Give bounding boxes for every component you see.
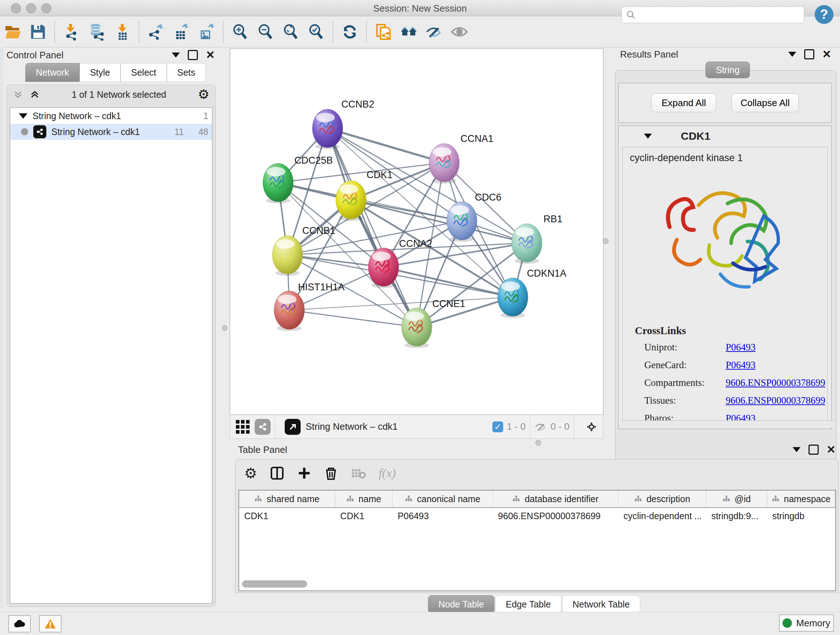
network-node-ccne1[interactable]: CCNE1 xyxy=(401,298,465,348)
table-cell[interactable]: stringdb xyxy=(767,508,835,524)
column-header-canonical-name[interactable]: canonical name xyxy=(393,491,493,507)
crosslink-link[interactable]: P06493 xyxy=(726,342,756,353)
tab-network-table[interactable]: Network Table xyxy=(562,595,640,613)
help-button[interactable]: ? xyxy=(815,5,834,24)
search-field[interactable] xyxy=(622,6,804,23)
table-cell[interactable]: P06493 xyxy=(393,508,493,524)
table-cell[interactable]: cyclin-dependent ... xyxy=(618,508,706,524)
import-network-icon[interactable] xyxy=(62,22,81,41)
left-splitter-handle[interactable] xyxy=(222,325,227,331)
network-graph[interactable]: CCNB2CCNA1CDC25BCDK1CDC6RB1CCNB1CCNA2CDK… xyxy=(230,49,603,415)
tab-sets[interactable]: Sets xyxy=(167,63,206,82)
selected-checkbox-icon[interactable]: ✓ xyxy=(493,421,503,432)
delete-table-icon[interactable] xyxy=(351,465,366,481)
table-options-gear-icon[interactable]: ⚙ xyxy=(244,465,257,481)
column-header-description[interactable]: description xyxy=(618,491,706,507)
delete-column-icon[interactable] xyxy=(324,466,338,480)
open-session-icon[interactable] xyxy=(3,22,22,41)
float-panel-icon[interactable] xyxy=(808,445,819,455)
zoom-fit-icon[interactable] xyxy=(281,22,300,41)
memory-button[interactable]: Memory xyxy=(779,614,834,632)
search-input[interactable] xyxy=(636,10,793,20)
selected-nodes-indicator[interactable]: ✓ 1 - 0 xyxy=(493,421,526,432)
network-edge[interactable] xyxy=(384,267,513,297)
zoom-out-icon[interactable] xyxy=(256,22,275,41)
show-columns-icon[interactable] xyxy=(270,466,285,481)
zoom-in-icon[interactable] xyxy=(231,22,249,41)
table-cell[interactable]: CDK1 xyxy=(239,508,335,524)
warnings-button[interactable] xyxy=(39,615,62,632)
tab-network[interactable]: Network xyxy=(25,63,80,82)
export-network-icon[interactable] xyxy=(147,22,165,41)
network-edge[interactable] xyxy=(327,128,444,163)
column-header-name[interactable]: name xyxy=(335,491,393,507)
show-all-icon[interactable] xyxy=(450,22,469,41)
collapse-all-icon[interactable] xyxy=(13,89,24,100)
birds-eye-view-icon[interactable] xyxy=(584,419,600,435)
close-panel-icon[interactable]: ✕ xyxy=(206,51,215,59)
add-column-icon[interactable] xyxy=(297,466,311,480)
crosslink-link[interactable]: 9606.ENSP00000378699 xyxy=(726,377,825,388)
network-edge[interactable] xyxy=(289,310,417,327)
float-panel-icon[interactable] xyxy=(804,49,814,59)
panel-menu-icon[interactable] xyxy=(788,52,796,57)
tab-string[interactable]: String xyxy=(706,62,750,78)
network-row[interactable]: String Network – cdk1 11 48 xyxy=(10,124,212,140)
first-neighbors-icon[interactable] xyxy=(399,22,418,41)
table-cell[interactable]: CDK1 xyxy=(335,508,393,524)
tab-style[interactable]: Style xyxy=(80,63,121,82)
network-node-cdc25b[interactable]: CDC25B xyxy=(263,155,333,203)
column-header-shared-name[interactable]: shared name xyxy=(239,491,335,507)
crosslink-link[interactable]: P06493 xyxy=(726,359,756,371)
network-node-rb1[interactable]: RB1 xyxy=(512,214,562,264)
export-table-icon[interactable] xyxy=(172,22,191,41)
column-header-namespace[interactable]: namespace xyxy=(767,491,835,507)
column-header--id[interactable]: @id xyxy=(706,491,767,507)
cloud-button[interactable] xyxy=(8,615,31,632)
expand-all-icon[interactable] xyxy=(29,89,40,100)
network-options-gear-icon[interactable]: ⚙ xyxy=(198,88,210,101)
expand-all-button[interactable]: Expand All xyxy=(651,93,716,112)
table-row[interactable]: CDK1CDK1P064939606.ENSP00000378699cyclin… xyxy=(239,508,835,524)
export-image-icon[interactable] xyxy=(197,22,216,41)
table-cell[interactable]: 9606.ENSP00000378699 xyxy=(493,508,619,524)
results-scrollbar[interactable] xyxy=(622,420,835,427)
clone-network-icon[interactable] xyxy=(374,22,393,41)
panel-menu-icon[interactable] xyxy=(793,447,801,452)
import-network-from-database-icon[interactable] xyxy=(88,22,106,41)
save-session-icon[interactable] xyxy=(28,22,47,41)
collection-expander-icon[interactable] xyxy=(19,113,27,119)
table-cell[interactable]: stringdb:9... xyxy=(706,508,767,524)
apply-layout-icon[interactable] xyxy=(340,22,359,41)
float-panel-icon[interactable] xyxy=(188,50,198,60)
network-node-ccnb2[interactable]: CCNB2 xyxy=(313,99,374,149)
collapse-all-button[interactable]: Collapse All xyxy=(731,93,799,112)
tab-node-table[interactable]: Node Table xyxy=(428,595,494,613)
open-in-browser-icon[interactable] xyxy=(285,419,301,435)
crosslink-link[interactable]: 9606.ENSP00000378699 xyxy=(726,395,825,406)
close-panel-icon[interactable]: ✕ xyxy=(822,50,831,58)
network-node-hist1h1a[interactable]: HIST1H1A xyxy=(274,282,345,331)
network-node-cdkn1a[interactable]: CDKN1A xyxy=(498,268,567,318)
network-edge[interactable] xyxy=(351,200,527,243)
table-horizontal-scrollbar[interactable] xyxy=(242,580,307,587)
zoom-selected-icon[interactable] xyxy=(307,22,325,41)
right-splitter-handle[interactable] xyxy=(603,238,608,244)
panel-menu-icon[interactable] xyxy=(172,52,180,57)
network-node-ccna1[interactable]: CCNA1 xyxy=(429,133,493,184)
gene-expander-icon[interactable] xyxy=(644,134,652,139)
tab-select[interactable]: Select xyxy=(120,63,166,82)
import-table-icon[interactable] xyxy=(113,22,132,41)
network-node-ccnb1[interactable]: CCNB1 xyxy=(272,225,335,276)
close-panel-icon[interactable]: ✕ xyxy=(827,446,836,454)
hide-selected-icon[interactable] xyxy=(425,22,444,41)
hidden-nodes-indicator[interactable]: 0 - 0 xyxy=(535,421,569,433)
column-header-database-identifier[interactable]: database identifier xyxy=(493,491,619,507)
network-canvas[interactable]: CCNB2CCNA1CDC25BCDK1CDC6RB1CCNB1CCNA2CDK… xyxy=(230,49,603,415)
tab-edge-table[interactable]: Edge Table xyxy=(495,595,561,613)
grid-view-icon[interactable] xyxy=(236,420,249,434)
function-builder-icon[interactable]: f(x) xyxy=(379,466,396,480)
network-collection-row[interactable]: String Network – cdk1 1 xyxy=(10,108,212,124)
string-app-icon[interactable] xyxy=(255,419,271,435)
network-edge[interactable] xyxy=(327,128,417,327)
